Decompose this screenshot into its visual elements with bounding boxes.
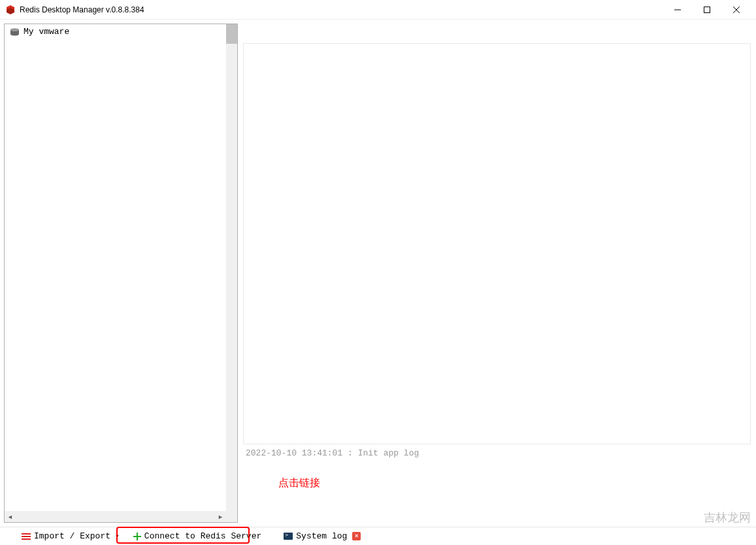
chevron-down-icon: ▼ [116, 533, 119, 539]
connection-name: My vmware [24, 27, 69, 37]
vertical-scrollbar[interactable] [226, 24, 237, 522]
import-export-button[interactable]: Import / Export ▼ [16, 529, 125, 544]
scroll-left-icon[interactable]: ◄ [5, 511, 16, 522]
horizontal-scrollbar[interactable]: ◄ ► [5, 511, 226, 522]
hamburger-icon [22, 533, 31, 540]
database-icon [10, 28, 20, 36]
connect-label: Connect to Redis Server [144, 531, 261, 541]
import-export-label: Import / Export [34, 531, 110, 541]
window-title: Redis Desktop Manager v.0.8.8.384 [20, 5, 144, 14]
titlebar: Redis Desktop Manager v.0.8.8.384 [0, 0, 756, 20]
scroll-right-icon[interactable]: ► [215, 511, 226, 522]
sidebar: My vmware ◄ ► [0, 20, 242, 527]
log-panel: 2022-10-10 13:41:01 : Init app log 点击链接 [243, 444, 751, 523]
app-icon [5, 5, 16, 15]
svg-point-5 [10, 28, 19, 31]
connection-tree[interactable]: My vmware ◄ ► [4, 24, 238, 523]
plus-icon [133, 533, 141, 540]
annotation-text: 点击链接 [278, 476, 748, 490]
close-button[interactable] [721, 0, 751, 20]
connection-item[interactable]: My vmware [5, 24, 237, 39]
maximize-button[interactable] [692, 0, 721, 20]
system-log-label: System log [296, 531, 347, 541]
connect-button[interactable]: Connect to Redis Server [127, 529, 267, 544]
minimize-button[interactable] [663, 0, 692, 20]
system-log-button[interactable]: System log × [278, 529, 367, 544]
close-badge-icon[interactable]: × [352, 532, 361, 540]
svg-rect-1 [704, 7, 710, 12]
main-panel: 2022-10-10 13:41:01 : Init app log 点击链接 [242, 20, 756, 527]
log-entry: 2022-10-10 13:41:01 : Init app log [246, 448, 748, 458]
bottom-toolbar: Import / Export ▼ Connect to Redis Serve… [0, 527, 756, 545]
content-area: My vmware ◄ ► 2022-10-10 13:41:01 : Init… [0, 20, 756, 527]
terminal-icon [284, 533, 293, 540]
scrollbar-thumb[interactable] [226, 24, 237, 44]
window-controls [663, 0, 751, 20]
main-content-area [243, 43, 751, 444]
